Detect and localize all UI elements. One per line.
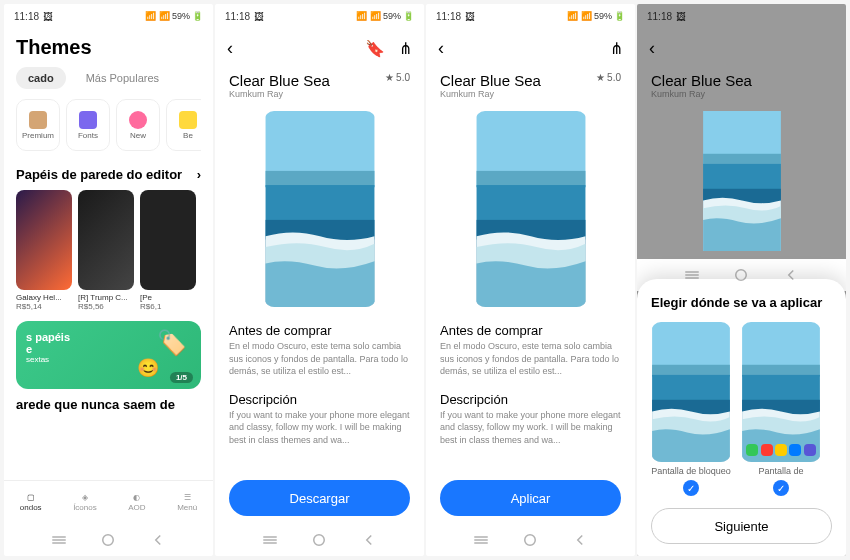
home-button[interactable]: [732, 266, 750, 284]
check-icon: ✓: [773, 480, 789, 496]
svg-rect-18: [685, 277, 699, 279]
theme-preview[interactable]: [475, 111, 587, 307]
cat-be[interactable]: Be: [166, 99, 201, 151]
status-time: 11:18: [436, 11, 461, 22]
aod-icon: ◐: [133, 493, 140, 502]
description-text: If you want to make your phone more eleg…: [215, 409, 424, 455]
bottom-nav: ▢ondos ◈Íconos ◐AOD ☰Menú: [4, 480, 213, 524]
back-button[interactable]: [360, 531, 378, 549]
screen-detail-apply: 11:18🖼 📶 📶 59% 🔋 ‹ ⋔ Clear Blue Sea Kumk…: [426, 4, 635, 556]
section-header-editor[interactable]: Papéis de parede do editor ›: [16, 167, 201, 182]
back-button[interactable]: [571, 531, 589, 549]
cat-fonts[interactable]: Fonts: [66, 99, 110, 151]
before-buy-heading: Antes de comprar: [426, 317, 635, 340]
screen-choose-apply: 11:18🖼 ‹ Clear Blue Sea Kumkum Ray Elegi…: [637, 4, 846, 556]
status-right: 📶 📶 59% 🔋: [145, 11, 203, 21]
before-buy-text: En el modo Oscuro, este tema solo cambia…: [426, 340, 635, 386]
svg-rect-12: [474, 536, 488, 538]
screen-themes-home: 11:18🖼 📶 📶 59% 🔋 Themes cado Más Popular…: [4, 4, 213, 556]
theme-rating: ★5.0: [385, 72, 410, 83]
theme-item[interactable]: [R] Trump C... R$5,56: [78, 190, 134, 311]
banner-page-indicator: 1/5: [170, 372, 193, 383]
tab-populares[interactable]: Más Populares: [74, 67, 171, 89]
recent-button[interactable]: [261, 531, 279, 549]
chevron-right-icon: ›: [197, 167, 201, 182]
share-icon[interactable]: ⋔: [399, 39, 412, 58]
svg-point-15: [525, 535, 536, 546]
back-button[interactable]: [149, 531, 167, 549]
back-icon[interactable]: ‹: [649, 38, 655, 59]
next-button[interactable]: Siguiente: [651, 508, 832, 544]
download-button[interactable]: Descargar: [229, 480, 410, 516]
nav-iconos[interactable]: ◈Íconos: [73, 493, 97, 512]
theme-item[interactable]: Galaxy Hel... R$5,14: [16, 190, 72, 311]
svg-rect-6: [52, 542, 66, 544]
page-title: Themes: [16, 36, 201, 59]
status-bar: 11:18🖼 📶 📶 59% 🔋: [215, 4, 424, 28]
status-time: 11:18: [647, 11, 672, 22]
android-nav: [4, 524, 213, 556]
theme-rating: ★5.0: [596, 72, 621, 83]
before-buy-text: En el modo Oscuro, este tema solo cambia…: [215, 340, 424, 386]
cat-new[interactable]: New: [116, 99, 160, 151]
svg-rect-17: [685, 274, 699, 276]
back-icon[interactable]: ‹: [438, 38, 444, 59]
description-text: If you want to make your phone more eleg…: [426, 409, 635, 455]
photo-icon: 🖼: [676, 11, 686, 22]
tab-destacado[interactable]: cado: [16, 67, 66, 89]
photo-icon: 🖼: [43, 11, 53, 22]
apply-modal: Elegir dónde se va a aplicar Pantalla de…: [637, 279, 846, 556]
theme-preview: [686, 111, 798, 251]
home-button[interactable]: [310, 531, 328, 549]
section-header-2: arede que nunca saem de: [4, 397, 213, 412]
option-homescreen[interactable]: Pantalla de ✓: [741, 322, 821, 496]
theme-title: Clear Blue Sea: [440, 72, 541, 89]
theme-author: Kumkum Ray: [440, 89, 541, 99]
modal-title: Elegir dónde se va a aplicar: [651, 295, 832, 310]
bookmark-icon[interactable]: 🔖: [365, 39, 385, 58]
svg-point-19: [736, 270, 747, 281]
before-buy-heading: Antes de comprar: [215, 317, 424, 340]
theme-title: Clear Blue Sea: [229, 72, 330, 89]
svg-rect-16: [685, 271, 699, 273]
recent-button[interactable]: [683, 266, 701, 284]
check-icon: ✓: [683, 480, 699, 496]
status-bar: 11:18🖼: [637, 4, 846, 28]
svg-point-7: [103, 535, 114, 546]
option-lockscreen[interactable]: Pantalla de bloqueo ✓: [651, 322, 731, 496]
theme-preview[interactable]: [264, 111, 376, 307]
wallpaper-icon: ▢: [27, 493, 35, 502]
svg-rect-5: [52, 539, 66, 541]
photo-icon: 🖼: [465, 11, 475, 22]
back-icon[interactable]: ‹: [227, 38, 233, 59]
apply-button[interactable]: Aplicar: [440, 480, 621, 516]
theme-item[interactable]: [Pe R$6,1: [140, 190, 196, 311]
nav-menu[interactable]: ☰Menú: [177, 493, 197, 512]
cat-premium[interactable]: Premium: [16, 99, 60, 151]
theme-author: Kumkum Ray: [229, 89, 330, 99]
photo-icon: 🖼: [254, 11, 264, 22]
home-button[interactable]: [521, 531, 539, 549]
promo-banner[interactable]: s papéis e sextas 🏷️ 😊 1/5: [16, 321, 201, 389]
menu-icon: ☰: [184, 493, 191, 502]
status-bar: 11:18🖼 📶 📶 59% 🔋: [4, 4, 213, 28]
nav-aod[interactable]: ◐AOD: [128, 493, 145, 512]
recent-button[interactable]: [472, 531, 490, 549]
svg-rect-9: [263, 539, 277, 541]
description-heading: Descripción: [426, 386, 635, 409]
back-button[interactable]: [782, 266, 800, 284]
android-nav: [426, 524, 635, 556]
nav-fondos[interactable]: ▢ondos: [20, 493, 42, 512]
home-button[interactable]: [99, 531, 117, 549]
recent-button[interactable]: [50, 531, 68, 549]
svg-rect-13: [474, 539, 488, 541]
screen-detail-download: 11:18🖼 📶 📶 59% 🔋 ‹ 🔖 ⋔ Clear Blue Sea Ku…: [215, 4, 424, 556]
svg-point-11: [314, 535, 325, 546]
svg-rect-14: [474, 542, 488, 544]
svg-rect-8: [263, 536, 277, 538]
icons-icon: ◈: [82, 493, 88, 502]
status-time: 11:18: [225, 11, 250, 22]
theme-author: Kumkum Ray: [651, 89, 752, 99]
share-icon[interactable]: ⋔: [610, 39, 623, 58]
theme-title: Clear Blue Sea: [651, 72, 752, 89]
